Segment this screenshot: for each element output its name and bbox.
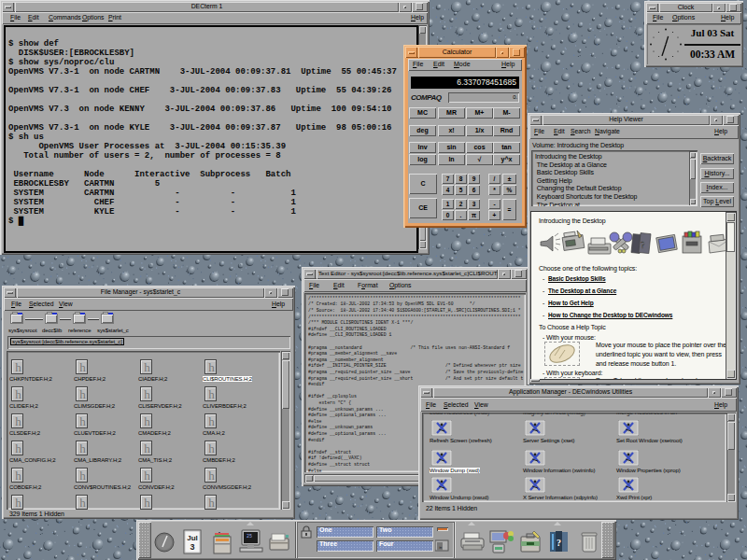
svg-text:Jul: Jul [187,534,198,542]
svg-text:?: ? [557,538,561,548]
svg-text:25: 25 [247,534,252,539]
svg-text:3: 3 [190,542,194,552]
svg-text:?: ? [641,239,645,250]
